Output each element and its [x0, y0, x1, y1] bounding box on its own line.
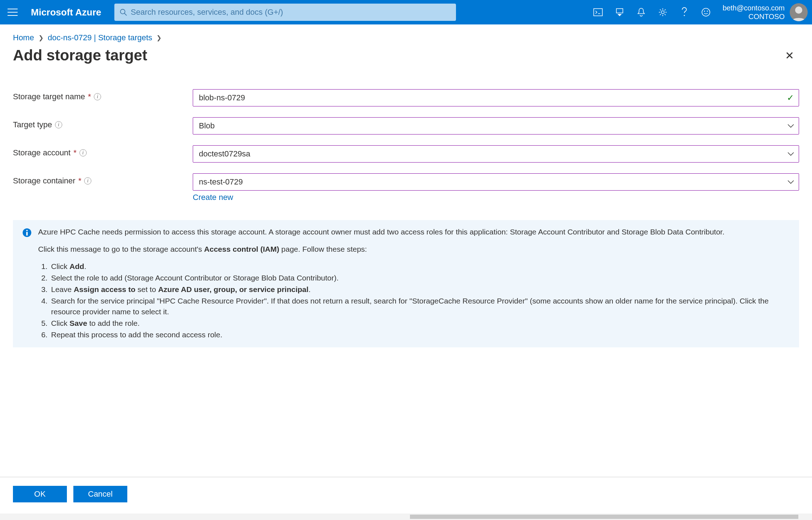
footer: OK Cancel	[0, 477, 812, 513]
svg-point-11	[26, 230, 28, 231]
search-input[interactable]	[131, 8, 451, 17]
info-icon[interactable]: i	[84, 177, 91, 184]
help-icon[interactable]	[677, 5, 692, 19]
info-panel[interactable]: Azure HPC Cache needs permission to acce…	[13, 220, 799, 347]
info-para-2: Click this message to go to the storage …	[38, 244, 790, 255]
breadcrumb-item[interactable]: doc-ns-0729 | Storage targets	[48, 33, 152, 42]
svg-rect-2	[594, 9, 602, 16]
info-icon	[22, 228, 32, 341]
info-step: Leave Assign access to set to Azure AD u…	[50, 284, 790, 295]
info-icon[interactable]: i	[94, 93, 101, 100]
account-text: beth@contoso.com CONTOSO	[722, 4, 785, 21]
chevron-right-icon: ❯	[156, 34, 161, 42]
create-new-link[interactable]: Create new	[193, 193, 799, 202]
required-mark: *	[88, 92, 91, 101]
storage-target-name-label: Storage target name	[13, 92, 85, 101]
info-step: Search for the service principal "HPC Ca…	[50, 296, 790, 317]
ok-button[interactable]: OK	[13, 486, 67, 502]
svg-rect-3	[616, 9, 623, 13]
account-email: beth@contoso.com	[722, 4, 785, 12]
search-icon	[119, 8, 127, 16]
target-type-label: Target type	[13, 120, 52, 129]
check-icon: ✓	[787, 93, 794, 103]
required-mark: *	[73, 148, 77, 158]
svg-line-1	[124, 13, 126, 15]
close-icon[interactable]: ✕	[780, 47, 799, 64]
info-icon[interactable]: i	[55, 121, 62, 128]
chevron-right-icon: ❯	[38, 34, 44, 42]
hamburger-menu-icon[interactable]	[4, 4, 21, 20]
top-icons	[591, 5, 713, 19]
info-icon[interactable]: i	[79, 149, 87, 156]
storage-account-dropdown[interactable]: doctest0729sa	[193, 145, 799, 163]
global-search[interactable]	[114, 4, 456, 21]
notifications-icon[interactable]	[634, 5, 648, 19]
info-step: Click Add.	[50, 261, 790, 272]
top-bar: Microsoft Azure beth@contoso.com CONTOSO	[0, 0, 812, 24]
required-mark: *	[78, 176, 82, 186]
breadcrumb: Home ❯ doc-ns-0729 | Storage targets ❯	[13, 33, 799, 42]
storage-account-label: Storage account	[13, 148, 70, 158]
avatar[interactable]	[790, 3, 808, 21]
chevron-down-icon	[788, 123, 794, 129]
chevron-down-icon	[788, 179, 794, 185]
svg-point-7	[704, 11, 705, 12]
target-type-dropdown[interactable]: Blob	[193, 117, 799, 134]
cloud-shell-icon[interactable]	[591, 5, 605, 19]
info-step: Select the role to add (Storage Account …	[50, 273, 790, 283]
directory-filter-icon[interactable]	[612, 5, 627, 19]
svg-point-6	[702, 8, 710, 16]
account-area[interactable]: beth@contoso.com CONTOSO	[722, 3, 808, 21]
svg-rect-12	[26, 232, 28, 236]
svg-point-8	[707, 11, 708, 12]
info-step: Click Save to add the role.	[50, 318, 790, 329]
form: Storage target name * i ✓ Target type i …	[13, 89, 799, 202]
info-para-1: Azure HPC Cache needs permission to acce…	[38, 227, 790, 237]
brand-label[interactable]: Microsoft Azure	[31, 7, 101, 18]
info-steps: Click Add. Select the role to add (Stora…	[38, 261, 790, 340]
svg-point-0	[120, 9, 125, 14]
info-panel-body: Azure HPC Cache needs permission to acce…	[38, 227, 790, 341]
chevron-down-icon	[788, 151, 794, 157]
breadcrumb-home[interactable]: Home	[13, 33, 34, 42]
storage-container-dropdown[interactable]: ns-test-0729	[193, 173, 799, 191]
cancel-button[interactable]: Cancel	[73, 486, 127, 502]
account-org: CONTOSO	[722, 12, 785, 21]
info-step: Repeat this process to add the second ac…	[50, 329, 790, 340]
content-area: Home ❯ doc-ns-0729 | Storage targets ❯ A…	[0, 24, 812, 470]
svg-point-4	[661, 11, 664, 14]
scroll-thumb[interactable]	[410, 515, 798, 519]
page-title: Add storage target	[13, 47, 147, 64]
settings-icon[interactable]	[656, 5, 670, 19]
storage-container-label: Storage container	[13, 176, 76, 186]
storage-target-name-input[interactable]	[193, 89, 799, 106]
horizontal-scrollbar[interactable]	[0, 514, 812, 520]
feedback-icon[interactable]	[699, 5, 713, 19]
svg-point-5	[684, 15, 685, 16]
svg-point-9	[795, 6, 802, 14]
